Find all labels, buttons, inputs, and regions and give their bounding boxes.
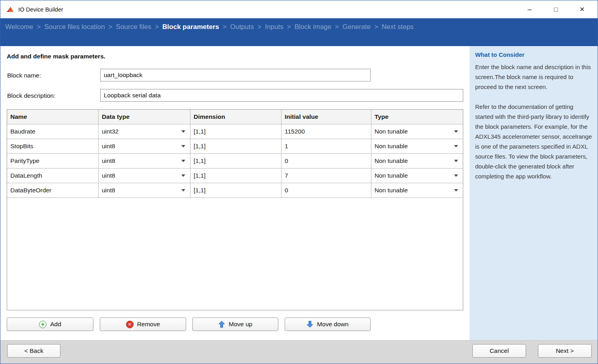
io-device-builder-window: IO Device Builder – □ ✕ Welcome > Source… <box>0 0 598 364</box>
column-header-initial-value: Initial value <box>282 110 371 124</box>
data-type-value: uint8 <box>102 183 115 197</box>
move-down-button-label: Move down <box>317 321 348 328</box>
maximize-icon[interactable]: □ <box>543 0 569 18</box>
param-name-cell[interactable]: DataLength <box>7 168 99 183</box>
type-dropdown[interactable]: Non tunable <box>371 124 463 139</box>
breadcrumb-separator: > <box>37 23 41 31</box>
dimension-cell[interactable]: [1,1] <box>190 183 282 198</box>
next-button[interactable]: Next > <box>538 344 592 358</box>
column-header-name: Name <box>7 110 99 124</box>
page-title: Add and define mask parameters. <box>7 53 105 60</box>
help-sidebar: What to Consider Enter the block name an… <box>470 46 598 340</box>
data-type-dropdown[interactable]: uint8 <box>99 183 190 198</box>
chevron-down-icon <box>454 160 458 162</box>
matlab-app-icon <box>6 6 14 14</box>
column-header-type: Type <box>371 110 463 124</box>
down-arrow-icon <box>307 321 313 328</box>
dimension-cell[interactable]: [1,1] <box>190 154 282 168</box>
breadcrumb-step-block-parameters[interactable]: Block parameters <box>162 23 219 31</box>
chevron-down-icon <box>181 145 185 147</box>
type-value: Non tunable <box>375 183 408 197</box>
breadcrumb-separator: > <box>335 23 339 31</box>
table-row: DataByteOrder uint8 [1,1] 0 Non tunable <box>7 183 463 198</box>
initial-value-cell[interactable]: 0 <box>282 154 371 168</box>
add-circle-icon: + <box>39 321 47 328</box>
data-type-dropdown[interactable]: uint32 <box>99 124 190 139</box>
param-name-cell[interactable]: DataByteOrder <box>7 183 99 198</box>
breadcrumb-separator: > <box>109 23 113 31</box>
parameters-table: Name Data type Dimension Initial value T… <box>7 109 463 310</box>
breadcrumb-step-inputs[interactable]: Inputs <box>265 23 283 31</box>
breadcrumb-step-source-files[interactable]: Source files <box>116 23 151 31</box>
footer-bar: < Back Cancel Next > <box>0 340 598 364</box>
initial-value-cell[interactable]: 1 <box>282 139 371 154</box>
add-button[interactable]: + Add <box>7 318 93 331</box>
table-row: StopBits uint8 [1,1] 1 Non tunable <box>7 139 463 154</box>
chevron-down-icon <box>454 189 458 192</box>
breadcrumb-separator: > <box>287 23 291 31</box>
chevron-down-icon <box>181 160 185 162</box>
table-row: DataLength uint8 [1,1] 7 Non tunable <box>7 168 463 183</box>
remove-button-label: Remove <box>137 321 160 328</box>
breadcrumb-step-welcome[interactable]: Welcome <box>5 23 33 31</box>
table-row: Baudrate uint32 [1,1] 115200 Non tunable <box>7 124 463 139</box>
data-type-value: uint8 <box>102 139 115 153</box>
initial-value-cell[interactable]: 0 <box>282 183 371 198</box>
type-dropdown[interactable]: Non tunable <box>371 154 463 168</box>
dimension-cell[interactable]: [1,1] <box>190 139 282 154</box>
back-button[interactable]: < Back <box>7 344 60 358</box>
chevron-down-icon <box>181 174 185 177</box>
data-type-value: uint8 <box>102 168 115 183</box>
dimension-cell[interactable]: [1,1] <box>190 168 282 183</box>
breadcrumb-step-generate[interactable]: Generate <box>342 23 371 31</box>
breadcrumb-step-source-files-location[interactable]: Source files location <box>44 23 105 31</box>
add-button-label: Add <box>50 321 61 328</box>
move-up-button-label: Move up <box>229 321 252 328</box>
workflow-breadcrumb: Welcome > Source files location > Source… <box>0 18 598 46</box>
initial-value-cell[interactable]: 7 <box>282 168 371 183</box>
type-dropdown[interactable]: Non tunable <box>371 168 463 183</box>
data-type-dropdown[interactable]: uint8 <box>99 139 190 154</box>
data-type-value: uint32 <box>102 124 118 139</box>
table-header-row: Name Data type Dimension Initial value T… <box>7 110 463 124</box>
type-dropdown[interactable]: Non tunable <box>371 139 463 154</box>
param-name-cell[interactable]: ParityType <box>7 154 99 168</box>
column-header-data-type: Data type <box>99 110 190 124</box>
minimize-icon[interactable]: – <box>516 0 543 18</box>
remove-button[interactable]: ✕ Remove <box>100 318 186 331</box>
dimension-cell[interactable]: [1,1] <box>190 124 282 139</box>
breadcrumb-separator: > <box>374 23 378 31</box>
title-bar: IO Device Builder – □ ✕ <box>0 0 598 18</box>
block-description-input[interactable] <box>100 89 463 102</box>
block-description-label: Block description: <box>7 92 55 99</box>
sidebar-paragraph: Enter the block name and description in … <box>475 62 592 92</box>
move-up-button[interactable]: Move up <box>192 318 278 331</box>
breadcrumb-separator: > <box>155 23 159 31</box>
window-title: IO Device Builder <box>18 6 63 13</box>
block-name-input[interactable] <box>100 69 371 81</box>
breadcrumb-step-next-steps[interactable]: Next steps <box>382 23 414 31</box>
cancel-button[interactable]: Cancel <box>472 344 526 358</box>
breadcrumb-step-outputs[interactable]: Outputs <box>230 23 254 31</box>
table-row: ParityType uint8 [1,1] 0 Non tunable <box>7 154 463 168</box>
type-value: Non tunable <box>375 139 408 153</box>
type-value: Non tunable <box>375 168 408 183</box>
type-dropdown[interactable]: Non tunable <box>371 183 463 198</box>
data-type-dropdown[interactable]: uint8 <box>99 168 190 183</box>
remove-circle-icon: ✕ <box>126 321 134 328</box>
chevron-down-icon <box>181 189 185 192</box>
close-icon[interactable]: ✕ <box>569 0 595 18</box>
param-name-cell[interactable]: Baudrate <box>7 124 99 139</box>
move-down-button[interactable]: Move down <box>285 318 371 331</box>
type-value: Non tunable <box>375 124 408 139</box>
data-type-dropdown[interactable]: uint8 <box>99 154 190 168</box>
breadcrumb-separator: > <box>223 23 227 31</box>
param-name-cell[interactable]: StopBits <box>7 139 99 154</box>
initial-value-cell[interactable]: 115200 <box>282 124 371 139</box>
breadcrumb-separator: > <box>258 23 262 31</box>
sidebar-paragraph: Refer to the documentation of getting st… <box>475 102 592 181</box>
chevron-down-icon <box>454 174 458 177</box>
breadcrumb-step-block-image[interactable]: Block image <box>295 23 332 31</box>
type-value: Non tunable <box>375 154 408 168</box>
up-arrow-icon <box>218 321 225 328</box>
